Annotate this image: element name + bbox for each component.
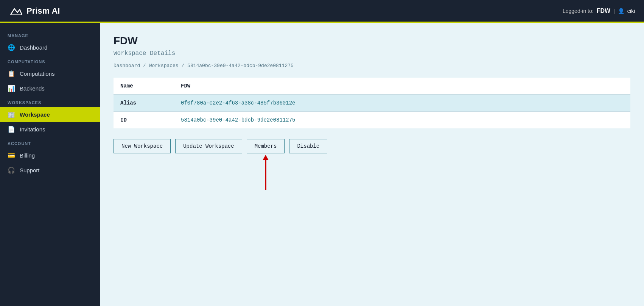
- members-button-annotation: Members: [247, 139, 285, 190]
- logged-in-label: Logged-in to:: [563, 8, 594, 14]
- sidebar-item-billing[interactable]: 💳 Billing: [0, 148, 100, 163]
- page-title: FDW: [114, 35, 630, 47]
- page-subtitle: Workspace Details: [114, 50, 630, 57]
- user-icon: 👤: [618, 8, 624, 14]
- logo[interactable]: Prism AI: [9, 4, 60, 18]
- workspace-details-table: Name FDW Alias 0f0f780a-c2e2-4f63-a38c-4…: [114, 78, 630, 128]
- table-row: Alias 0f0f780a-c2e2-4f63-a38c-485f7b3601…: [114, 95, 630, 112]
- breadcrumb-workspaces[interactable]: Workspaces: [149, 63, 179, 69]
- table-cell-value: 5814a0bc-39e0-4a42-bdcb-9de2e0811275: [174, 112, 630, 129]
- sidebar-item-label: Invitations: [20, 126, 45, 133]
- sidebar-item-label: Workspace: [20, 111, 50, 118]
- sidebar-item-computations[interactable]: 📋 Computations: [0, 66, 100, 81]
- breadcrumb: Dashboard / Workspaces / 5814a0bc-39e0-4…: [114, 63, 630, 69]
- update-workspace-button[interactable]: Update Workspace: [175, 139, 242, 153]
- sidebar-item-label: Computations: [20, 70, 55, 77]
- sidebar-section-workspaces: WORKSPACES: [0, 96, 100, 107]
- divider: |: [613, 8, 615, 14]
- content-area: FDW Workspace Details Dashboard / Worksp…: [100, 23, 644, 306]
- members-button[interactable]: Members: [247, 139, 285, 153]
- arrow-line: [265, 160, 266, 190]
- breadcrumb-dashboard[interactable]: Dashboard: [114, 63, 140, 69]
- topbar: Prism AI Logged-in to: FDW | 👤 ciki: [0, 0, 644, 23]
- sidebar-item-label: Backends: [20, 85, 45, 92]
- sidebar-item-dashboard[interactable]: 🌐 Dashboard: [0, 40, 100, 55]
- workspace-icon: 🏢: [8, 111, 15, 118]
- org-name: FDW: [597, 8, 610, 14]
- sidebar-section-computations: COMPUTATIONS: [0, 55, 100, 66]
- sidebar-item-workspace[interactable]: 🏢 Workspace: [0, 107, 100, 122]
- table-cell-label: ID: [114, 112, 174, 129]
- table-row: ID 5814a0bc-39e0-4a42-bdcb-9de2e0811275: [114, 112, 630, 129]
- sidebar-item-backends[interactable]: 📊 Backends: [0, 81, 100, 96]
- sidebar-item-label: Dashboard: [20, 44, 47, 51]
- sidebar-item-invitations[interactable]: 📄 Invitations: [0, 122, 100, 137]
- logo-icon: [9, 4, 23, 18]
- table-cell-value: 0f0f780a-c2e2-4f63-a38c-485f7b36012e: [174, 95, 630, 112]
- new-workspace-button[interactable]: New Workspace: [114, 139, 171, 153]
- invitations-icon: 📄: [8, 126, 15, 133]
- table-cell-label: Alias: [114, 95, 174, 112]
- backends-icon: 📊: [8, 85, 15, 92]
- dashboard-icon: 🌐: [8, 44, 15, 51]
- sidebar-item-label: Support: [20, 167, 40, 173]
- sidebar-section-manage: MANAGE: [0, 29, 100, 40]
- table-cell-value: FDW: [174, 78, 630, 95]
- sidebar: MANAGE 🌐 Dashboard COMPUTATIONS 📋 Comput…: [0, 23, 100, 306]
- sidebar-item-support[interactable]: 🎧 Support: [0, 163, 100, 178]
- table-cell-label: Name: [114, 78, 174, 95]
- username: ciki: [627, 8, 635, 14]
- support-icon: 🎧: [8, 167, 15, 174]
- arrow-head: [263, 155, 269, 160]
- logo-text: Prism AI: [26, 6, 60, 16]
- red-arrow-annotation: [263, 155, 269, 190]
- sidebar-section-account: ACCOUNT: [0, 137, 100, 148]
- main-layout: MANAGE 🌐 Dashboard COMPUTATIONS 📋 Comput…: [0, 23, 644, 306]
- table-row: Name FDW: [114, 78, 630, 95]
- sidebar-item-label: Billing: [20, 152, 35, 159]
- billing-icon: 💳: [8, 152, 15, 159]
- breadcrumb-sep1: /: [143, 63, 149, 69]
- action-buttons: New Workspace Update Workspace Members D…: [114, 139, 630, 190]
- topbar-user-info: Logged-in to: FDW | 👤 ciki: [563, 8, 635, 14]
- breadcrumb-id: 5814a0bc-39e0-4a42-bdcb-9de2e0811275: [187, 63, 294, 69]
- breadcrumb-sep2: /: [181, 63, 187, 69]
- disable-button[interactable]: Disable: [289, 139, 327, 153]
- computations-icon: 📋: [8, 70, 15, 77]
